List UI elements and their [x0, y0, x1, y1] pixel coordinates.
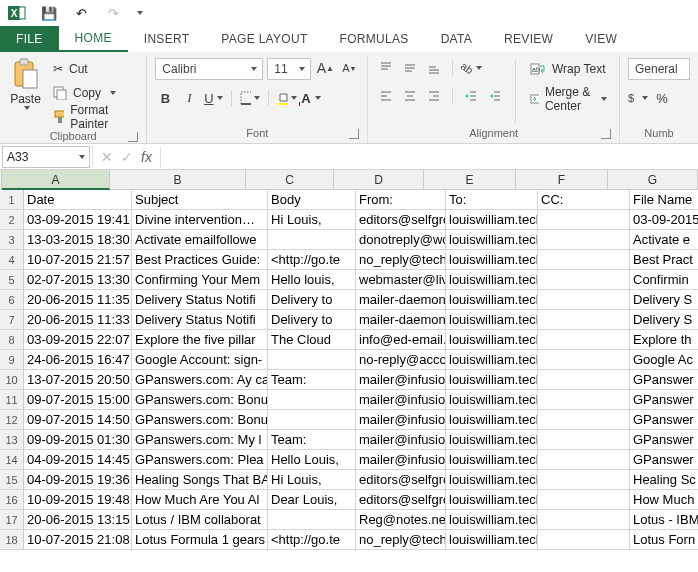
cell[interactable]: GPanswer — [630, 450, 698, 470]
cell[interactable]: 04-09-2015 14:45 — [24, 450, 132, 470]
grow-font-button[interactable]: A▲ — [315, 58, 335, 78]
column-header-E[interactable]: E — [424, 170, 516, 190]
cell[interactable]: louiswilliam.techie@gmail.c — [446, 410, 538, 430]
row-header[interactable]: 5 — [0, 270, 24, 290]
cell[interactable]: Activate emailfollowe — [132, 230, 268, 250]
cell[interactable]: 10-07-2015 21:08 — [24, 530, 132, 550]
cell[interactable]: no-reply@acco — [356, 350, 446, 370]
cell[interactable] — [268, 230, 356, 250]
cell[interactable] — [538, 270, 630, 290]
cell[interactable]: louiswilliam.techie@gmail.c — [446, 290, 538, 310]
align-top-button[interactable] — [376, 58, 396, 78]
row-header[interactable]: 10 — [0, 370, 24, 390]
font-size-select[interactable]: 11 — [267, 58, 311, 80]
cell[interactable] — [538, 510, 630, 530]
cell[interactable]: Body — [268, 190, 356, 210]
cell[interactable] — [538, 330, 630, 350]
cell[interactable]: Delivery Status Notifi — [132, 290, 268, 310]
cell[interactable]: mailer@infusio — [356, 410, 446, 430]
cell[interactable]: Delivery S — [630, 310, 698, 330]
cell[interactable]: How Much Are You Al — [132, 490, 268, 510]
cell[interactable]: Hi Louis, — [268, 470, 356, 490]
cell[interactable] — [268, 390, 356, 410]
bold-button[interactable]: B — [155, 88, 175, 108]
row-header[interactable]: 3 — [0, 230, 24, 250]
column-header-C[interactable]: C — [246, 170, 334, 190]
tab-formulas[interactable]: FORMULAS — [324, 26, 425, 52]
cell[interactable] — [538, 430, 630, 450]
tab-data[interactable]: DATA — [425, 26, 488, 52]
row-header[interactable]: 18 — [0, 530, 24, 550]
name-box[interactable]: A33 — [2, 146, 90, 168]
cell[interactable]: Lotus / IBM collaborat — [132, 510, 268, 530]
cell[interactable]: Hi Louis, — [268, 210, 356, 230]
cell[interactable] — [538, 390, 630, 410]
cell[interactable]: Reg@notes.net — [356, 510, 446, 530]
cell[interactable]: Hello Louis, — [268, 450, 356, 470]
cell[interactable]: Lotus Forn — [630, 530, 698, 550]
cell[interactable]: 03-09-2015 — [630, 210, 698, 230]
cell[interactable]: mailer-daemon — [356, 290, 446, 310]
tab-view[interactable]: VIEW — [569, 26, 633, 52]
cell[interactable]: Delivery to — [268, 290, 356, 310]
cell[interactable]: mailer-daemon — [356, 310, 446, 330]
column-header-B[interactable]: B — [110, 170, 246, 190]
row-header[interactable]: 6 — [0, 290, 24, 310]
cell[interactable]: louiswilliam.techie@gmail.c — [446, 370, 538, 390]
cell[interactable]: GPanswer — [630, 370, 698, 390]
cell[interactable]: Delivery to — [268, 310, 356, 330]
align-center-button[interactable] — [400, 86, 420, 106]
cell[interactable]: To: — [446, 190, 538, 210]
fx-icon[interactable]: fx — [141, 149, 152, 165]
align-middle-button[interactable] — [400, 58, 420, 78]
cell[interactable]: 13-07-2015 20:50 — [24, 370, 132, 390]
dialog-launcher-icon[interactable] — [349, 129, 359, 139]
cell[interactable]: no_reply@tech — [356, 250, 446, 270]
cell[interactable]: Hello louis, — [268, 270, 356, 290]
column-header-A[interactable]: A — [2, 170, 110, 190]
cell[interactable]: File Name — [630, 190, 698, 210]
cell[interactable]: louiswilliam.techie@gmail.c — [446, 470, 538, 490]
font-color-button[interactable]: A — [301, 88, 321, 108]
cell[interactable]: louiswilliam.techie@gmail.c — [446, 250, 538, 270]
cells-area[interactable]: DateSubjectBodyFrom:To:CC:File Name03-09… — [24, 190, 698, 550]
cell[interactable]: louiswilliam.techie@gmail.c — [446, 390, 538, 410]
row-header[interactable]: 15 — [0, 470, 24, 490]
tab-home[interactable]: HOME — [59, 26, 128, 52]
cell[interactable]: GPanswers.com: Bonu — [132, 410, 268, 430]
row-header[interactable]: 17 — [0, 510, 24, 530]
dialog-launcher-icon[interactable] — [128, 132, 138, 142]
tab-insert[interactable]: INSERT — [128, 26, 206, 52]
increase-indent-button[interactable] — [485, 86, 505, 106]
cell[interactable]: Google Account: sign- — [132, 350, 268, 370]
cell[interactable]: no_reply@tech — [356, 530, 446, 550]
redo-icon[interactable]: ↷ — [102, 3, 124, 23]
cell[interactable]: louiswilliam.techie@gmail.c — [446, 350, 538, 370]
cell[interactable] — [268, 350, 356, 370]
cancel-button[interactable]: ✕ — [101, 149, 113, 165]
qat-more-icon[interactable] — [137, 11, 143, 15]
cell[interactable]: 03-09-2015 19:41 — [24, 210, 132, 230]
cell[interactable]: Healing Songs That BA — [132, 470, 268, 490]
cell[interactable]: GPanswer — [630, 430, 698, 450]
cell[interactable]: Healing Sc — [630, 470, 698, 490]
cell[interactable]: editors@selfgrc — [356, 210, 446, 230]
row-header[interactable]: 16 — [0, 490, 24, 510]
cell[interactable]: GPanswers.com: Bonu — [132, 390, 268, 410]
cell[interactable]: Confirmin — [630, 270, 698, 290]
align-left-button[interactable] — [376, 86, 396, 106]
row-header[interactable]: 7 — [0, 310, 24, 330]
cell[interactable]: mailer@infusio — [356, 390, 446, 410]
enter-button[interactable]: ✓ — [121, 149, 133, 165]
row-header[interactable]: 8 — [0, 330, 24, 350]
font-name-select[interactable]: Calibri — [155, 58, 263, 80]
cell[interactable] — [538, 410, 630, 430]
cell[interactable] — [538, 370, 630, 390]
column-header-G[interactable]: G — [608, 170, 698, 190]
cell[interactable]: GPanswer — [630, 390, 698, 410]
cell[interactable]: editors@selfgrc — [356, 470, 446, 490]
cell[interactable] — [538, 230, 630, 250]
cut-button[interactable]: ✂Cut — [49, 58, 138, 80]
cell[interactable]: 09-09-2015 01:30 — [24, 430, 132, 450]
cell[interactable]: 09-07-2015 14:50 — [24, 410, 132, 430]
